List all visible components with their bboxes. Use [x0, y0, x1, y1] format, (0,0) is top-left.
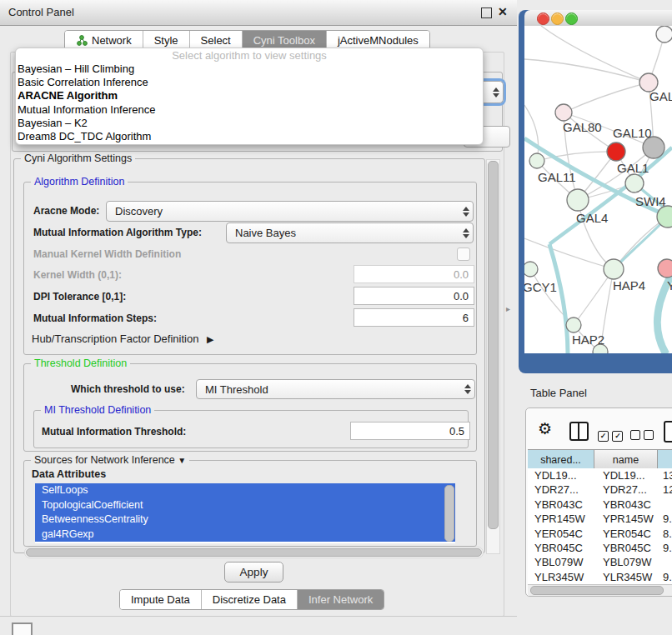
node-gal80[interactable] [555, 104, 572, 121]
dropdown-item[interactable]: Bayesian – K2 [16, 117, 483, 130]
docked-panel-icon[interactable] [12, 622, 33, 635]
settings-scrollbar-thumb[interactable] [488, 161, 499, 529]
node-label: HAP2 [572, 332, 604, 347]
node-hap4[interactable] [604, 259, 624, 279]
node-hap2[interactable] [566, 318, 581, 332]
node-red-selected[interactable] [607, 142, 625, 161]
stepper-icon [463, 207, 469, 217]
float-panel-icon[interactable] [481, 8, 492, 18]
column-header-shared-name[interactable]: shared... [528, 450, 594, 469]
bottom-tab-bar: Impute Data Discretize Data Infer Networ… [119, 589, 384, 610]
hide-columns-icon[interactable] [630, 428, 654, 443]
manual-kernel-label: Manual Kernel Width Definition [33, 248, 181, 260]
minimize-traffic-light[interactable] [551, 12, 564, 25]
table-row[interactable]: YBL079WYBL079W [528, 555, 672, 569]
dropdown-item[interactable]: Bayesian – Hill Climbing [16, 62, 483, 76]
node-salmon[interactable] [658, 259, 672, 278]
node-gal4[interactable] [567, 189, 589, 211]
list-item[interactable]: TopologicalCoefficient [35, 498, 455, 513]
column-header-partial[interactable] [658, 450, 672, 469]
network-canvas[interactable]: GAL GAL80 GAL10 GAL1 GAL11 SWI4 GAL4 GCY… [524, 26, 672, 353]
data-attributes-list: SelfLoops TopologicalCoefficient Between… [35, 483, 455, 543]
gear-icon[interactable]: ⚙ [538, 421, 552, 437]
dropdown-item[interactable]: Basic Correlation Inference [16, 76, 483, 89]
horizontal-scrollbar-thumb[interactable] [26, 548, 482, 557]
aracne-mode-combo[interactable]: Discovery [106, 201, 474, 222]
tab-network-label: Network [92, 34, 132, 47]
mi-type-combo[interactable]: Naive Bayes [226, 222, 474, 243]
node-label: GAL [649, 89, 672, 103]
dropdown-placeholder: Select algorithm to view settings [16, 48, 483, 62]
mi-type-label: Mutual Information Algorithm Type: [33, 227, 202, 238]
splitter-collapse-icon[interactable]: ▸ [506, 304, 510, 313]
mi-steps-field[interactable]: 6 [354, 308, 474, 327]
which-threshold-label: Which threshold to use: [71, 383, 185, 395]
stepper-icon [463, 228, 469, 238]
node-label: GCY1 [524, 280, 557, 294]
table-row[interactable]: YER054CYER054C8. [528, 527, 672, 541]
algorithm-definition-title: Algorithm Definition [31, 176, 128, 188]
mi-threshold-group-title: MI Threshold Definition [41, 404, 154, 416]
list-item[interactable]: gal4RGexp [35, 528, 455, 542]
table-row[interactable]: YPR145WYPR145W9. [528, 512, 672, 526]
table-panel: ⚙ ✓ ✓ shared... name YDL19...YDL19...13 … [525, 408, 672, 597]
network-nodes [524, 26, 672, 353]
network-icon [76, 35, 88, 46]
node-gal11[interactable] [529, 153, 544, 168]
table-row[interactable]: YBR043CYBR043C [528, 498, 672, 512]
sources-group-title[interactable]: Sources for Network Inference ▼ [31, 454, 189, 466]
node-label: SWI4 [635, 194, 666, 208]
split-view-icon[interactable] [569, 422, 589, 441]
node-label: GAL4 [576, 211, 608, 225]
manual-kernel-checkbox[interactable] [457, 248, 470, 261]
table-row[interactable]: YDL19...YDL19...13 [528, 468, 672, 482]
cyni-settings-title: Cyni Algorithm Settings [21, 152, 135, 164]
node-label: GAL10 [613, 126, 652, 140]
close-panel-icon[interactable]: ✕ [498, 5, 508, 18]
close-traffic-light[interactable] [537, 12, 549, 25]
kernel-width-field[interactable]: 0.0 [354, 265, 474, 283]
node-label: GAL80 [563, 120, 602, 134]
table-header: shared... name [528, 449, 672, 470]
table-hscrollbar-thumb[interactable] [530, 586, 664, 595]
column-header-name[interactable]: name [594, 450, 658, 469]
control-panel-title: Control Panel [8, 6, 74, 18]
export-table-icon[interactable] [664, 421, 672, 442]
hub-definition-expander[interactable]: Hub/Transcription Factor Definition ▶ [32, 332, 213, 345]
table-row[interactable]: YBR045CYBR045C9. [528, 541, 672, 555]
threshold-definition-title: Threshold Definition [31, 358, 130, 369]
expand-right-icon: ▶ [207, 334, 213, 344]
dropdown-item[interactable]: Dream8 DC_TDC Algorithm [16, 130, 483, 143]
which-threshold-combo[interactable]: MI Threshold [196, 379, 475, 399]
node-label: HAP4 [613, 278, 645, 292]
table-body: YDL19...YDL19...13 YDR27...YDR27...12 YB… [528, 468, 672, 584]
dropdown-item-selected[interactable]: ARACNE Algorithm [16, 89, 483, 102]
list-scrollbar-thumb[interactable] [444, 485, 454, 542]
node-unlabeled-top[interactable] [656, 26, 672, 42]
list-item[interactable]: BetweennessCentrality [35, 512, 455, 528]
apply-button[interactable]: Apply [224, 562, 283, 582]
dropdown-item[interactable]: Mutual Information Inference [16, 103, 483, 117]
algorithm-dropdown: Select algorithm to view settings Bayesi… [15, 48, 484, 145]
node-label: Y [667, 278, 672, 292]
node-gal1[interactable] [625, 174, 644, 192]
tab-discretize-data[interactable]: Discretize Data [202, 590, 298, 609]
table-row[interactable]: YDR27...YDR27...12 [528, 482, 672, 497]
checked-box-icon: ✓ [598, 431, 609, 442]
table-row[interactable]: YLR345WYLR345W9. [528, 570, 672, 584]
mi-steps-label: Mutual Information Steps: [33, 312, 157, 324]
mi-threshold-label: Mutual Information Threshold: [42, 426, 186, 438]
collapse-down-icon: ▼ [178, 456, 186, 465]
mi-threshold-field[interactable]: 0.5 [350, 422, 470, 440]
tab-infer-network[interactable]: Infer Network [298, 590, 384, 609]
show-columns-icon[interactable]: ✓ ✓ [598, 427, 623, 442]
node-gcy1[interactable] [524, 262, 538, 277]
stepper-icon [493, 88, 499, 98]
list-item[interactable]: SelfLoops [35, 483, 455, 498]
tab-impute-data[interactable]: Impute Data [120, 590, 202, 609]
node-label: GAL11 [538, 170, 576, 184]
data-attributes-label: Data Attributes [32, 468, 106, 480]
zoom-traffic-light[interactable] [565, 12, 578, 25]
dpi-tolerance-field[interactable]: 0.0 [354, 287, 474, 305]
table-panel-title: Table Panel [530, 387, 587, 399]
